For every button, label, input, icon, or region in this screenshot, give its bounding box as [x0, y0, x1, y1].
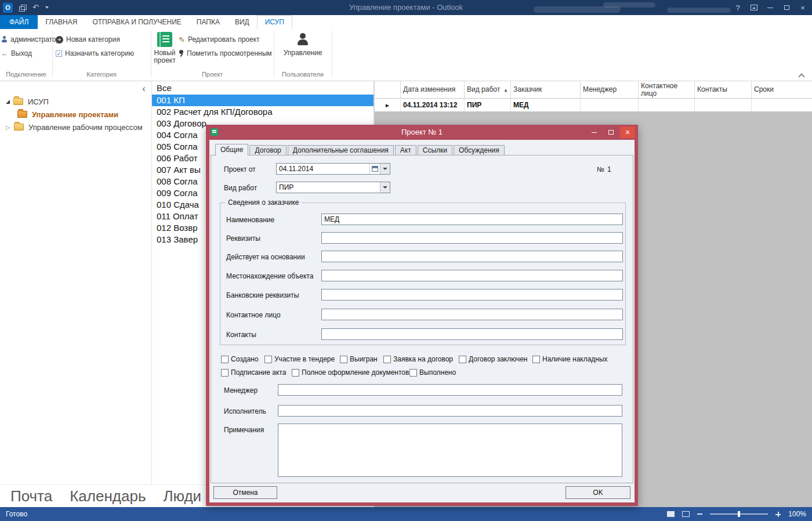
list-item[interactable]: 002 Расчет для КП/Договора: [152, 106, 374, 118]
zoom-slider-thumb[interactable]: [738, 511, 740, 517]
edit-project-button[interactable]: ✎ Редактировать проект: [179, 34, 260, 45]
manager-input[interactable]: [278, 384, 622, 396]
tree-item-workflow-management-label: Управление рабочим процессом: [28, 123, 143, 132]
work-type-label: Вид работ: [224, 184, 257, 192]
checkbox-done[interactable]: Выполнено: [409, 368, 456, 377]
tree-expanded-icon[interactable]: [6, 100, 10, 104]
tree-item-project-management[interactable]: Управление проектами: [0, 108, 151, 121]
dialog-tab-links[interactable]: Ссылки: [418, 145, 452, 155]
dialog-tab-additional-agreements[interactable]: Дополнительные соглашения: [288, 145, 394, 155]
column-header-customer[interactable]: Заказчик: [511, 81, 581, 98]
ribbon-display-options-icon[interactable]: [746, 0, 762, 15]
minimize-button[interactable]: [762, 0, 778, 15]
dialog-close-button[interactable]: ×: [620, 126, 635, 138]
dialog-maximize-button[interactable]: [603, 126, 618, 138]
nav-people[interactable]: Люди: [163, 487, 201, 505]
zoom-slider[interactable]: [710, 513, 768, 515]
manage-users-button[interactable]: Управление: [277, 32, 328, 57]
executor-input[interactable]: [278, 405, 622, 417]
clouds-decoration: [603, 2, 655, 8]
checkbox-invoices-label: Наличие накладных: [542, 355, 608, 363]
dialog-title: Проект № 1: [206, 125, 638, 140]
zoom-out-icon[interactable]: [697, 513, 702, 515]
dialog-tab-act[interactable]: Акт: [395, 145, 416, 155]
new-project-button[interactable]: Новый проект: [152, 32, 177, 64]
collapse-ribbon-icon[interactable]: [798, 73, 804, 79]
requisites-input[interactable]: [321, 232, 623, 244]
list-item[interactable]: 001 КП: [152, 95, 374, 106]
checkbox-contract-request[interactable]: Заявка на договор: [383, 355, 453, 363]
datepicker-dropdown-arrow[interactable]: [380, 164, 390, 174]
table-row[interactable]: ► 04.11.2014 13:12 ПИР МЕД: [375, 99, 812, 112]
column-header-deadlines[interactable]: Сроки: [752, 81, 812, 98]
list-filter-all[interactable]: Все: [152, 81, 374, 95]
checkbox-won[interactable]: Выигран: [340, 355, 378, 363]
tab-file[interactable]: ФАЙЛ: [0, 15, 38, 29]
restore-button[interactable]: [778, 0, 795, 15]
tree-item-workflow-management[interactable]: ▷ Управление рабочим процессом: [0, 121, 151, 133]
nav-calendar[interactable]: Календарь: [70, 487, 146, 505]
contact-person-input[interactable]: [321, 309, 623, 320]
requisites-label: Реквизиты: [226, 234, 260, 243]
collapse-folder-pane-icon[interactable]: ‹: [142, 84, 146, 94]
help-icon[interactable]: ?: [730, 0, 746, 15]
customer-name-input[interactable]: [321, 214, 623, 225]
checkbox-full-docs[interactable]: Полное оформление документов: [292, 368, 409, 377]
work-type-dropdown-arrow[interactable]: [380, 182, 390, 193]
checkbox-full-docs-label: Полное оформление документов: [302, 368, 409, 377]
new-category-button[interactable]: + Новая категория: [56, 34, 120, 45]
tab-folder[interactable]: ПАПКА: [189, 15, 227, 29]
checkbox-invoices[interactable]: Наличие накладных: [532, 355, 608, 363]
checkbox-created[interactable]: Создано: [221, 355, 258, 363]
status-ready-label: Готово: [6, 507, 27, 521]
column-header-manager[interactable]: Менеджер: [581, 81, 639, 98]
tab-home[interactable]: ГЛАВНАЯ: [38, 15, 85, 29]
column-header-contact-person[interactable]: Контактное лицо: [639, 81, 695, 98]
cancel-button[interactable]: Отмена: [213, 486, 277, 499]
checkbox-done-label: Выполнено: [419, 368, 456, 377]
reading-view-icon[interactable]: [682, 511, 690, 517]
customer-name-label: Наименование: [226, 216, 274, 224]
checkbox-act-signing[interactable]: Подписание акта: [221, 368, 286, 377]
tab-send-receive[interactable]: ОТПРАВКА И ПОЛУЧЕНИЕ: [85, 15, 188, 29]
column-header-date[interactable]: Дата изменения: [401, 81, 465, 98]
project-date-picker[interactable]: 04.11.2014: [276, 163, 390, 175]
checkbox-tender-label: Участие в тендере: [274, 355, 335, 363]
contacts-input[interactable]: [321, 328, 623, 340]
group-separator: [151, 31, 151, 77]
project-from-label: Проект от: [224, 165, 256, 173]
checkbox-box: [292, 369, 299, 377]
dialog-tab-general[interactable]: Общие: [215, 144, 248, 155]
mark-viewed-button[interactable]: Пометить просмотренным: [179, 48, 272, 59]
ok-button[interactable]: OK: [566, 486, 630, 499]
logout-label: Выход: [11, 49, 32, 57]
ribbon-options-glyph: [751, 5, 757, 10]
zoom-in-icon[interactable]: [775, 512, 781, 517]
object-location-input[interactable]: [321, 270, 623, 281]
bank-requisites-input[interactable]: [321, 289, 623, 301]
column-header-contacts[interactable]: Контакты: [695, 81, 752, 98]
logged-user-button[interactable]: администратор: [1, 34, 60, 45]
normal-view-icon[interactable]: [667, 511, 675, 517]
checkbox-contract-signed[interactable]: Договор заключен: [459, 355, 528, 363]
notes-textarea[interactable]: [278, 424, 622, 477]
column-header-worktype[interactable]: Вид работ ▲: [465, 81, 511, 98]
dialog-minimize-button[interactable]: [586, 126, 601, 138]
tree-item-isup[interactable]: ИСУП: [0, 95, 151, 108]
column-header-marker[interactable]: [375, 81, 401, 98]
tree-collapsed-icon[interactable]: ▷: [6, 124, 10, 131]
zoom-level[interactable]: 100%: [788, 510, 806, 518]
tab-isup[interactable]: ИСУП: [257, 15, 292, 29]
work-type-select[interactable]: ПИР: [276, 182, 390, 193]
nav-mail[interactable]: Почта: [10, 487, 52, 505]
close-button[interactable]: ×: [795, 0, 811, 15]
tab-view[interactable]: ВИД: [227, 15, 257, 29]
checkbox-tender[interactable]: Участие в тендере: [264, 355, 335, 363]
acts-on-basis-input[interactable]: [321, 251, 623, 262]
assign-category-button[interactable]: ✓ Назначить категорию: [56, 48, 134, 59]
checkbox-box: [221, 356, 229, 363]
logout-button[interactable]: ← Выход: [1, 48, 32, 59]
dialog-tab-contract[interactable]: Договор: [249, 145, 286, 155]
calendar-icon[interactable]: [369, 164, 380, 174]
dialog-tab-discussions[interactable]: Обсуждения: [454, 145, 505, 155]
